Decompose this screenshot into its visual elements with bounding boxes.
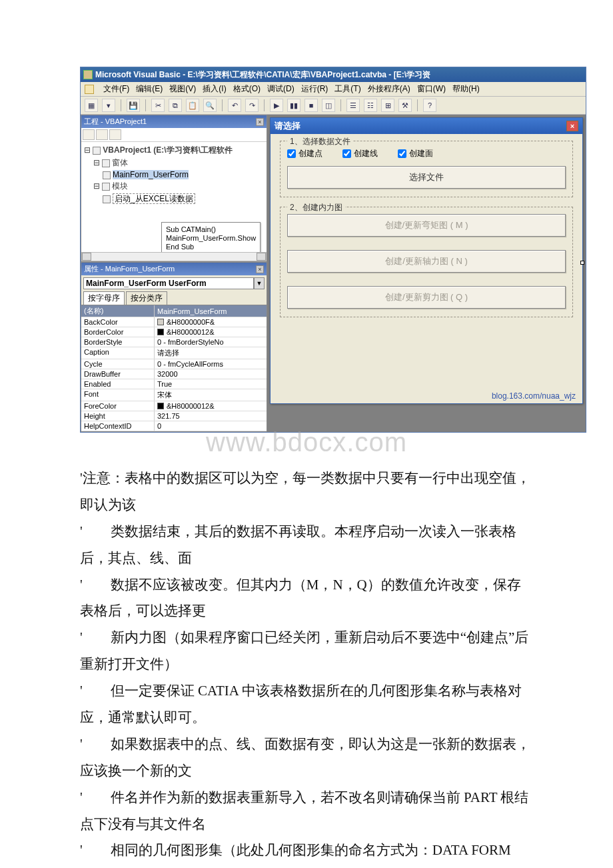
window-title: Microsoft Visual Basic - E:\学习资料\工程软件\CA… [95, 69, 430, 81]
menu-addins[interactable]: 外接程序(A) [368, 83, 410, 95]
article-p3: ' 数据不应该被改变。但其内力（M，N，Q）的数值允许改变，保存表格后，可以选择… [80, 572, 533, 625]
code-line-2: MainForm_UserForm.Show [166, 234, 256, 243]
checkbox-create-point[interactable]: 创建点 [287, 148, 322, 159]
tb-save-icon[interactable]: 💾 [127, 99, 140, 112]
menu-tools[interactable]: 工具(T) [334, 83, 360, 95]
prop-row[interactable]: Cycle0 - fmCycleAllForms [81, 359, 267, 369]
checkbox-create-line[interactable]: 创建线 [342, 148, 378, 159]
prop-row[interactable]: BorderStyle0 - fmBorderStyleNo [81, 337, 267, 347]
prop-header-value: MainForm_UserForm [155, 305, 267, 317]
menu-file[interactable]: 文件(F) [103, 83, 129, 95]
prop-row[interactable]: DrawBuffer32000 [81, 369, 267, 379]
app-icon [83, 70, 93, 79]
menu-run[interactable]: 运行(R) [301, 83, 328, 95]
tb-insert-icon[interactable]: ▾ [102, 99, 115, 112]
prop-name: Caption [81, 347, 155, 359]
menu-view[interactable]: 视图(V) [169, 83, 196, 95]
code-line-1: Sub CATMain() [166, 225, 256, 234]
toolbar: ▦ ▾ 💾 ✂ ⧉ 📋 🔍 ↶ ↷ ▶ ▮▮ ■ ◫ ☰ ☷ ⊞ ⚒ ? [81, 97, 586, 115]
prop-value-text: &H8000000F& [167, 318, 215, 326]
object-selector[interactable]: ▼ [83, 277, 265, 289]
checkbox-create-face[interactable]: 创建面 [398, 148, 433, 159]
prop-value[interactable]: 0 - fmCycleAllForms [155, 359, 267, 369]
tb-object-icon[interactable]: ⊞ [381, 99, 394, 112]
scroll-track[interactable] [91, 253, 257, 261]
tb-stop-icon[interactable]: ■ [305, 99, 318, 112]
workarea: 工程 - VBAProject1 × ⊟ VBAProject1 (E:\学习资… [81, 115, 586, 432]
chk-point-input[interactable] [287, 149, 296, 158]
resize-handle-icon[interactable] [580, 261, 584, 265]
prop-row[interactable]: BackColor&H8000000F& [81, 317, 267, 327]
prop-value[interactable]: 0 - fmBorderStyleNo [155, 337, 267, 347]
prop-value[interactable]: 0 [155, 421, 267, 431]
shear-diagram-button[interactable]: 创建/更新剪力图 ( Q ) [287, 286, 566, 309]
tree-root[interactable]: VBAProject1 (E:\学习资料\工程软件 [103, 145, 233, 155]
tree-modules-folder[interactable]: 模块 [112, 181, 128, 191]
tb-cut-icon[interactable]: ✂ [151, 99, 165, 112]
prop-row[interactable]: ForeColor&H80000012& [81, 401, 267, 411]
prop-name: Enabled [81, 379, 155, 389]
prop-row[interactable]: EnabledTrue [81, 379, 267, 389]
tb-toolbox-icon[interactable]: ⚒ [398, 99, 412, 112]
tree-module-item[interactable]: 启动_从EXCEL读数据 [113, 193, 195, 204]
tb-undo-icon[interactable]: ↶ [228, 99, 241, 112]
tree-forms-folder[interactable]: 窗体 [112, 158, 128, 167]
userform-titlebar[interactable]: 请选择 × [271, 118, 582, 134]
prop-value[interactable]: True [155, 379, 267, 389]
prop-value[interactable]: &H8000000F& [155, 317, 267, 327]
prop-row[interactable]: Font宋体 [81, 389, 267, 401]
menu-window[interactable]: 窗口(W) [417, 83, 446, 95]
tb-help-icon[interactable]: ? [423, 99, 436, 112]
tb-project-icon[interactable]: ☰ [346, 99, 360, 112]
menu-edit[interactable]: 编辑(E) [136, 83, 163, 95]
tab-alphabetical[interactable]: 按字母序 [83, 291, 125, 305]
chk-line-input[interactable] [342, 149, 351, 158]
tb-properties-icon[interactable]: ☷ [364, 99, 377, 112]
scroll-left-icon[interactable] [82, 253, 91, 261]
form-designer-area: 请选择 × 1、选择数据文件 创建点 创建线 创建面 选择文件 2 [267, 115, 586, 432]
menu-insert[interactable]: 插入(I) [203, 83, 226, 95]
prop-row[interactable]: Height321.75 [81, 411, 267, 421]
scroll-right-icon[interactable] [257, 253, 266, 261]
prop-value[interactable]: 321.75 [155, 411, 267, 421]
menu-help[interactable]: 帮助(H) [452, 83, 480, 95]
prop-value[interactable]: &H80000012& [155, 327, 267, 337]
moment-diagram-button[interactable]: 创建/更新弯矩图 ( M ) [287, 214, 566, 237]
prop-row[interactable]: BorderColor&H80000012& [81, 327, 267, 337]
close-icon[interactable]: × [256, 118, 264, 126]
tb-design-icon[interactable]: ◫ [322, 99, 335, 112]
tb-break-icon[interactable]: ▮▮ [287, 99, 301, 112]
prop-row[interactable]: HelpContextID0 [81, 421, 267, 431]
view-object-icon[interactable] [96, 129, 108, 140]
view-code-icon[interactable] [83, 129, 95, 140]
userform-window[interactable]: 请选择 × 1、选择数据文件 创建点 创建线 创建面 选择文件 2 [270, 117, 583, 404]
menu-debug[interactable]: 调试(D) [267, 83, 295, 95]
prop-value[interactable]: &H80000012& [155, 401, 267, 411]
prop-value[interactable]: 32000 [155, 369, 267, 379]
tb-copy-icon[interactable]: ⧉ [169, 99, 182, 112]
tb-view-icon[interactable]: ▦ [85, 99, 98, 112]
tree-form-item[interactable]: MainForm_UserForm [113, 170, 189, 179]
chevron-down-icon[interactable]: ▼ [254, 277, 265, 289]
project-tree[interactable]: ⊟ VBAProject1 (E:\学习资料\工程软件 ⊟ 窗体 MainFor… [81, 142, 267, 252]
blog-link[interactable]: blog.163.com/nuaa_wjz [492, 391, 576, 401]
tb-run-icon[interactable]: ▶ [270, 99, 283, 112]
close-icon[interactable]: × [256, 265, 264, 273]
color-swatch-icon [157, 329, 164, 335]
tb-paste-icon[interactable]: 📋 [186, 99, 199, 112]
select-file-button[interactable]: 选择文件 [287, 166, 566, 189]
close-icon[interactable]: × [566, 121, 578, 131]
project-hscroll[interactable] [81, 252, 267, 261]
properties-grid[interactable]: (名称) MainForm_UserForm BackColor&H800000… [81, 305, 267, 431]
axial-diagram-button[interactable]: 创建/更新轴力图 ( N ) [287, 250, 566, 273]
chk-face-input[interactable] [398, 149, 406, 158]
prop-value[interactable]: 请选择 [155, 347, 267, 359]
tb-redo-icon[interactable]: ↷ [245, 99, 259, 112]
object-selector-input[interactable] [83, 277, 254, 289]
toggle-folders-icon[interactable] [109, 129, 121, 140]
prop-value[interactable]: 宋体 [155, 389, 267, 401]
tb-find-icon[interactable]: 🔍 [203, 99, 217, 112]
tab-categorized[interactable]: 按分类序 [126, 291, 167, 305]
prop-row[interactable]: Caption请选择 [81, 347, 267, 359]
menu-format[interactable]: 格式(O) [233, 83, 261, 95]
